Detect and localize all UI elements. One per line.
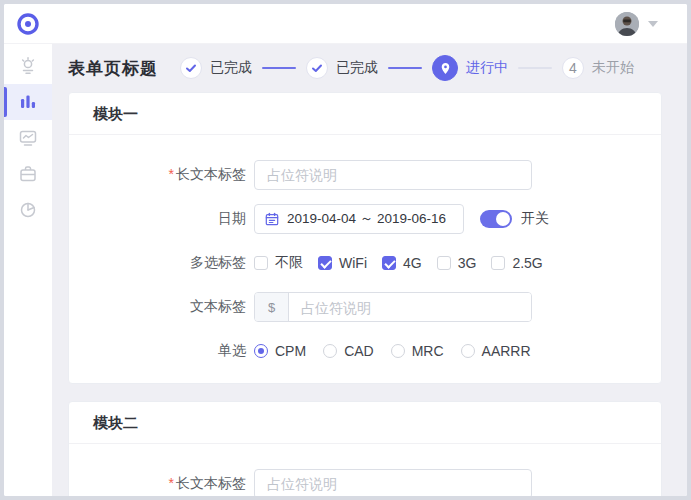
radio-icon [254,344,268,358]
page-header: 表单页标题 已完成 已完成 [68,44,662,92]
field-label: 多选标签 [93,254,246,272]
app-frame: 表单页标题 已完成 已完成 [0,0,691,500]
step-check-circle [180,57,202,79]
field-label: *长文本标签 [93,166,246,184]
card-title: 模块二 [69,402,661,444]
sidebar-item-briefcase[interactable] [4,156,52,192]
step-connector [388,67,422,69]
radio-aarrr[interactable]: AARRR [461,343,531,359]
step-2-done: 已完成 [306,57,378,79]
step-label: 未开始 [592,59,634,77]
currency-prefix: $ [255,293,289,321]
required-asterisk: * [169,166,174,182]
app-shell: 表单页标题 已完成 已完成 [4,4,687,496]
field-label: *长文本标签 [93,475,246,493]
step-check-circle [306,57,328,79]
radio-icon [461,344,475,358]
checkbox-4g[interactable]: 4G [382,255,422,271]
required-asterisk: * [169,475,174,491]
form-row-long-text: *长文本标签 [93,160,637,190]
step-label: 已完成 [336,59,378,77]
radio-mrc[interactable]: MRC [391,343,444,359]
form-row-date: 日期 2019-04-04 ～ 2019- [93,204,637,234]
sidebar-item-pie-chart[interactable] [4,192,52,228]
checkbox-icon [254,256,268,270]
card-body: *长文本标签 [69,444,661,496]
card-module-2: 模块二 *长文本标签 [68,401,662,496]
bar-chart-icon [19,93,37,111]
chevron-down-icon [648,21,658,27]
target-logo-icon [15,11,41,37]
form-row-text: 文本标签 $ [93,292,637,322]
switch-label: 开关 [521,210,549,228]
checkbox-icon [437,256,451,270]
radio-cpm[interactable]: CPM [254,343,306,359]
briefcase-icon [18,164,38,184]
field-label: 日期 [93,210,246,228]
card-title: 模块一 [69,93,661,135]
radio-icon [323,344,337,358]
switch-knob [496,212,510,226]
sidebar-item-bar-chart[interactable] [4,84,52,120]
step-label: 进行中 [466,59,508,77]
long-text-input[interactable] [254,469,532,496]
sidebar [4,44,52,496]
pie-chart-icon [18,200,38,220]
steps: 已完成 已完成 [180,55,634,81]
app-logo[interactable] [4,11,52,37]
long-text-input[interactable] [254,160,532,190]
checkbox-icon [491,256,505,270]
step-connector [262,67,296,69]
step-number: 4 [569,60,577,76]
calendar-icon [265,212,279,226]
radio-cad[interactable]: CAD [323,343,374,359]
app-body: 表单页标题 已完成 已完成 [4,44,687,496]
card-module-1: 模块一 *长文本标签 日期 [68,92,662,384]
main-content: 表单页标题 已完成 已完成 [52,44,687,496]
checkbox-bu-xian[interactable]: 不限 [254,254,303,272]
step-label: 已完成 [210,59,252,77]
step-pin-circle [432,55,458,81]
form-row-multi-select: 多选标签 不限 WiFi [93,248,637,278]
card-body: *长文本标签 日期 [69,135,661,383]
step-4-pending: 4 未开始 [562,57,634,79]
sidebar-item-monitor-chart[interactable] [4,120,52,156]
step-3-current: 进行中 [432,55,508,81]
step-connector [518,67,552,69]
date-range-picker[interactable]: 2019-04-04 ～ 2019-06-16 [254,204,464,234]
checkbox-3g[interactable]: 3G [437,255,477,271]
form-row-long-text: *长文本标签 [93,469,637,496]
radio-group: CPM CAD MRC [254,343,548,359]
currency-input-group: $ [254,292,532,322]
checkbox-2-5g[interactable]: 2.5G [491,255,542,271]
toggle-switch[interactable] [480,210,512,228]
check-icon [311,62,323,74]
currency-input[interactable] [289,293,531,322]
step-number-circle: 4 [562,57,584,79]
location-pin-icon [439,62,452,75]
date-range-value: 2019-04-04 ～ 2019-06-16 [287,210,446,228]
step-1-done: 已完成 [180,57,252,79]
topbar [4,4,687,44]
form-row-radio: 单选 CPM CAD [93,336,637,366]
check-icon [185,62,197,74]
avatar[interactable] [615,12,639,36]
checkbox-wifi[interactable]: WiFi [318,255,367,271]
monitor-chart-icon [18,128,38,148]
checkbox-group: 不限 WiFi 4G [254,254,558,272]
page-title: 表单页标题 [68,57,158,80]
field-label: 文本标签 [93,298,246,316]
field-label: 单选 [93,342,246,360]
checkbox-icon [318,256,332,270]
radio-icon [391,344,405,358]
lamp-icon [18,56,38,76]
user-photo-icon [615,12,639,36]
checkbox-icon [382,256,396,270]
user-menu[interactable] [615,12,687,36]
sidebar-item-lamp[interactable] [4,48,52,84]
